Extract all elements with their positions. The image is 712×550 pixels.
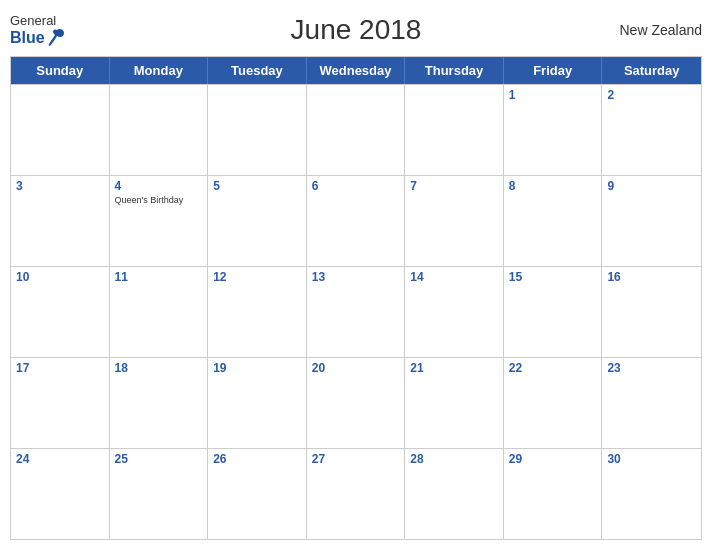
day-29: 29 — [504, 449, 603, 539]
day-number: 7 — [410, 179, 498, 193]
day-number: 29 — [509, 452, 597, 466]
day-22: 22 — [504, 358, 603, 448]
day-number: 20 — [312, 361, 400, 375]
day-number: 28 — [410, 452, 498, 466]
day-6: 6 — [307, 176, 406, 266]
calendar-title: June 2018 — [291, 14, 422, 46]
day-5: 5 — [208, 176, 307, 266]
page-header: General Blue June 2018 New Zealand — [10, 10, 702, 50]
day-number: 13 — [312, 270, 400, 284]
day-cell — [405, 85, 504, 175]
day-number: 17 — [16, 361, 104, 375]
day-number: 6 — [312, 179, 400, 193]
header-wednesday: Wednesday — [307, 57, 406, 84]
header-monday: Monday — [110, 57, 209, 84]
day-20: 20 — [307, 358, 406, 448]
day-number: 3 — [16, 179, 104, 193]
country-label: New Zealand — [620, 22, 703, 38]
day-number: 5 — [213, 179, 301, 193]
day-25: 25 — [110, 449, 209, 539]
week-row: 3 4 Queen's Birthday 5 6 7 8 9 — [11, 175, 701, 266]
day-18: 18 — [110, 358, 209, 448]
day-cell — [307, 85, 406, 175]
day-number: 10 — [16, 270, 104, 284]
day-21: 21 — [405, 358, 504, 448]
day-4: 4 Queen's Birthday — [110, 176, 209, 266]
day-15: 15 — [504, 267, 603, 357]
day-28: 28 — [405, 449, 504, 539]
day-number: 23 — [607, 361, 696, 375]
header-tuesday: Tuesday — [208, 57, 307, 84]
day-number: 15 — [509, 270, 597, 284]
day-cell — [208, 85, 307, 175]
day-cell — [110, 85, 209, 175]
logo-general: General — [10, 13, 56, 28]
day-number: 9 — [607, 179, 696, 193]
day-number: 24 — [16, 452, 104, 466]
day-2: 2 — [602, 85, 701, 175]
day-number: 30 — [607, 452, 696, 466]
day-number: 25 — [115, 452, 203, 466]
header-sunday: Sunday — [11, 57, 110, 84]
day-number: 12 — [213, 270, 301, 284]
day-cell — [11, 85, 110, 175]
day-26: 26 — [208, 449, 307, 539]
calendar: Sunday Monday Tuesday Wednesday Thursday… — [10, 56, 702, 540]
day-13: 13 — [307, 267, 406, 357]
day-number: 19 — [213, 361, 301, 375]
day-12: 12 — [208, 267, 307, 357]
day-number: 18 — [115, 361, 203, 375]
day-number: 11 — [115, 270, 203, 284]
day-24: 24 — [11, 449, 110, 539]
logo-blue: Blue — [10, 29, 45, 47]
day-number: 22 — [509, 361, 597, 375]
calendar-weeks: 1 2 3 4 Queen's Birthday 5 6 7 — [11, 84, 701, 539]
day-number: 2 — [607, 88, 696, 102]
day-11: 11 — [110, 267, 209, 357]
day-number: 16 — [607, 270, 696, 284]
week-row: 17 18 19 20 21 22 23 — [11, 357, 701, 448]
day-30: 30 — [602, 449, 701, 539]
header-thursday: Thursday — [405, 57, 504, 84]
day-14: 14 — [405, 267, 504, 357]
logo: General Blue — [10, 13, 65, 48]
day-headers-row: Sunday Monday Tuesday Wednesday Thursday… — [11, 57, 701, 84]
day-number: 21 — [410, 361, 498, 375]
header-saturday: Saturday — [602, 57, 701, 84]
header-friday: Friday — [504, 57, 603, 84]
day-3: 3 — [11, 176, 110, 266]
day-27: 27 — [307, 449, 406, 539]
day-7: 7 — [405, 176, 504, 266]
day-number: 14 — [410, 270, 498, 284]
logo-bird-icon — [47, 28, 65, 48]
day-23: 23 — [602, 358, 701, 448]
day-number: 1 — [509, 88, 597, 102]
week-row: 10 11 12 13 14 15 16 — [11, 266, 701, 357]
day-number: 26 — [213, 452, 301, 466]
day-10: 10 — [11, 267, 110, 357]
day-9: 9 — [602, 176, 701, 266]
week-row: 1 2 — [11, 84, 701, 175]
day-19: 19 — [208, 358, 307, 448]
day-1: 1 — [504, 85, 603, 175]
day-number: 8 — [509, 179, 597, 193]
day-number: 4 — [115, 179, 203, 193]
day-8: 8 — [504, 176, 603, 266]
day-16: 16 — [602, 267, 701, 357]
event-queens-birthday: Queen's Birthday — [115, 195, 203, 206]
day-number: 27 — [312, 452, 400, 466]
day-17: 17 — [11, 358, 110, 448]
week-row: 24 25 26 27 28 29 30 — [11, 448, 701, 539]
